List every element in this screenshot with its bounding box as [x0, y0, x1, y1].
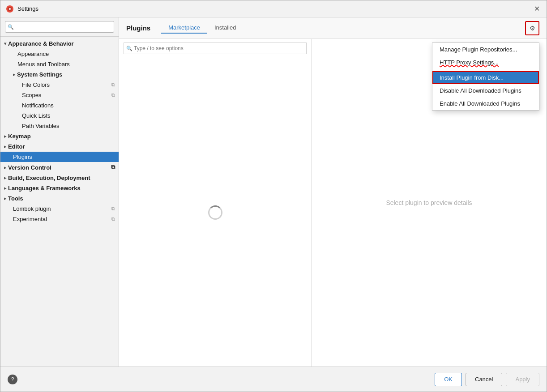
sidebar-item-label: Path Variables: [22, 123, 60, 129]
copy-icon: ⧉: [111, 92, 115, 98]
svg-point-2: [9, 8, 11, 10]
sidebar-item-build-exec-deploy[interactable]: ▸ Build, Execution, Deployment: [0, 173, 119, 183]
copy-icon: ⧉: [111, 164, 115, 171]
sidebar-item-scopes[interactable]: Scopes ⧉: [0, 90, 119, 100]
sidebar-item-file-colors[interactable]: File Colors ⧉: [0, 80, 119, 90]
chevron-right-icon: ▸: [13, 72, 15, 77]
copy-icon: ⧉: [111, 216, 115, 222]
ok-button[interactable]: OK: [435, 373, 462, 386]
sidebar-item-version-control[interactable]: ▸ Version Control ⧉: [0, 162, 119, 173]
sidebar-item-label: Plugins: [13, 153, 32, 160]
page-title: Plugins: [126, 24, 150, 32]
chevron-right-icon: ▸: [4, 196, 6, 201]
title-bar: Settings ✕: [0, 0, 547, 17]
sidebar-item-label: Tools: [8, 195, 23, 202]
sidebar-item-label: Build, Execution, Deployment: [8, 175, 90, 181]
sidebar-item-appearance-behavior[interactable]: ▾ Appearance & Behavior: [0, 38, 119, 49]
sidebar-item-keymap[interactable]: ▸ Keymap: [0, 131, 119, 141]
sidebar-item-tools[interactable]: ▸ Tools: [0, 193, 119, 204]
tab-marketplace[interactable]: Marketplace: [161, 22, 207, 34]
sidebar-search-icon: 🔍: [8, 24, 14, 30]
sidebar-item-label: Editor: [8, 143, 25, 150]
panel-content: 🔍 Select plugin to preview details: [119, 39, 547, 366]
tab-installed[interactable]: Installed: [207, 22, 243, 34]
chevron-right-icon: ▸: [4, 144, 6, 149]
sidebar-item-label: Notifications: [22, 102, 54, 109]
sidebar-item-appearance[interactable]: Appearance: [0, 49, 119, 59]
search-icon: 🔍: [126, 46, 132, 51]
sidebar-item-label: System Settings: [17, 71, 62, 78]
apply-button[interactable]: Apply: [506, 373, 539, 386]
plugins-header: Plugins Marketplace Installed ⚙: [119, 17, 547, 39]
copy-icon: ⧉: [111, 82, 115, 88]
tabs: Marketplace Installed: [161, 22, 525, 34]
chevron-down-icon: ▾: [4, 41, 6, 46]
chevron-right-icon: ▸: [4, 175, 6, 180]
sidebar-item-system-settings[interactable]: ▸ System Settings: [0, 69, 119, 80]
sidebar-item-label: Languages & Frameworks: [8, 185, 81, 192]
app-icon: [6, 5, 14, 13]
marketplace-search-bar: 🔍: [119, 39, 311, 58]
cancel-button[interactable]: Cancel: [466, 373, 502, 386]
sidebar-item-quick-lists[interactable]: Quick Lists: [0, 111, 119, 121]
sidebar-items: ▾ Appearance & Behavior Appearance Menus…: [0, 37, 119, 366]
sidebar-item-label: Keymap: [8, 133, 31, 140]
dropdown-item-disable-all[interactable]: Disable All Downloaded Plugins: [432, 84, 539, 97]
sidebar-item-label: Menus and Toolbars: [17, 61, 70, 68]
loading-spinner: [119, 58, 311, 366]
chevron-right-icon: ▸: [4, 165, 6, 170]
main-content: 🔍 ▾ Appearance & Behavior Appearance Men…: [0, 17, 547, 366]
dropdown-item-http-proxy[interactable]: HTTP Proxy Settings...: [432, 56, 539, 69]
right-panel: Plugins Marketplace Installed ⚙ 🔍: [119, 17, 547, 366]
preview-placeholder-text: Select plugin to preview details: [386, 199, 472, 206]
sidebar-item-languages-frameworks[interactable]: ▸ Languages & Frameworks: [0, 183, 119, 193]
sidebar-item-label: Appearance & Behavior: [8, 40, 74, 47]
sidebar-item-label: Lombok plugin: [13, 205, 51, 212]
sidebar-item-label: Scopes: [22, 92, 41, 98]
marketplace-search-input[interactable]: [124, 43, 307, 54]
sidebar-search-input[interactable]: [5, 21, 114, 33]
sidebar-item-lombok-plugin[interactable]: Lombok plugin ⧉: [0, 204, 119, 214]
window-title: Settings: [17, 5, 532, 12]
sidebar: 🔍 ▾ Appearance & Behavior Appearance Men…: [0, 17, 119, 366]
settings-dialog: Settings ✕ 🔍 ▾ Appearance & Behavior App…: [0, 0, 547, 392]
help-button[interactable]: ?: [8, 375, 17, 384]
sidebar-item-label: Quick Lists: [22, 112, 51, 119]
dropdown-item-manage-repos[interactable]: Manage Plugin Repositories...: [432, 43, 539, 56]
gear-dropdown-menu: Manage Plugin Repositories... HTTP Proxy…: [432, 43, 539, 111]
dropdown-item-install-from-disk[interactable]: Install Plugin from Disk...: [432, 71, 539, 84]
sidebar-item-label: Version Control: [8, 164, 51, 171]
sidebar-search-wrapper: 🔍: [0, 17, 119, 37]
chevron-right-icon: ▸: [4, 186, 6, 191]
dropdown-item-enable-all[interactable]: Enable All Downloaded Plugins: [432, 97, 539, 110]
sidebar-item-notifications[interactable]: Notifications: [0, 100, 119, 111]
sidebar-item-label: Experimental: [13, 216, 47, 222]
sidebar-item-plugins[interactable]: Plugins: [0, 152, 119, 162]
copy-icon: ⧉: [111, 206, 115, 212]
bottom-bar: ? OK Cancel Apply: [0, 366, 547, 392]
chevron-right-icon: ▸: [4, 134, 6, 139]
sidebar-item-path-variables[interactable]: Path Variables: [0, 121, 119, 131]
gear-button[interactable]: ⚙: [525, 21, 539, 35]
sidebar-item-menus-toolbars[interactable]: Menus and Toolbars: [0, 59, 119, 69]
spinner-animation: [208, 205, 222, 220]
sidebar-item-label: Appearance: [17, 51, 49, 57]
sidebar-item-editor[interactable]: ▸ Editor: [0, 141, 119, 152]
dropdown-separator: [432, 70, 539, 70]
close-button[interactable]: ✕: [532, 4, 541, 13]
sidebar-item-label: File Colors: [22, 81, 50, 88]
sidebar-item-experimental[interactable]: Experimental ⧉: [0, 214, 119, 224]
marketplace-panel: 🔍: [119, 39, 312, 366]
